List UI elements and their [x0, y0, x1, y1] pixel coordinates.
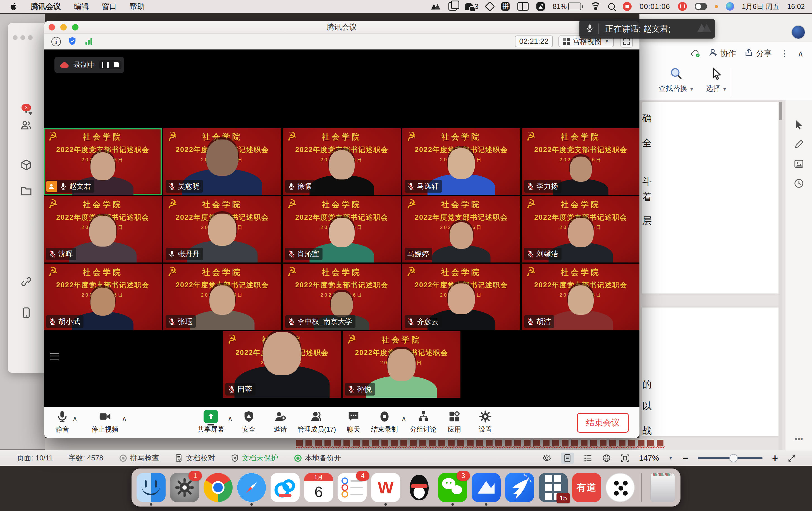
sidebar-phone-icon[interactable]	[20, 307, 32, 319]
dock-app-chrome[interactable]	[204, 473, 233, 502]
zoom-button[interactable]	[72, 24, 79, 30]
more-menu-icon[interactable]: ⋮	[780, 49, 789, 58]
zoom-out-button[interactable]: −	[683, 455, 688, 461]
participant-tile[interactable]: ☭社会学院2022年度党支部书记述职会2023年1月6日马逸轩	[402, 128, 520, 195]
toolbar-chat-button[interactable]: 聊天	[347, 410, 360, 434]
spellcheck-status[interactable]: 拼写检查	[119, 453, 159, 463]
meeting-security-icon[interactable]	[67, 36, 77, 47]
screen-recording-pause-button[interactable]	[678, 2, 687, 11]
participant-tile[interactable]: ☭社会学院2022年度党支部书记述职会2023年1月6日沈晖	[44, 196, 162, 263]
zoom-slider-knob[interactable]	[729, 454, 738, 462]
sidebar-chat-icon[interactable]: 3	[25, 107, 27, 112]
participant-tile[interactable]: ☭社会学院2022年度党支部书记述职会2023年1月6日刘馨洁	[522, 196, 639, 263]
pause-recording-button[interactable]	[102, 62, 109, 68]
chevron-up-icon[interactable]: ∧	[122, 414, 127, 422]
menu-item[interactable]: 腾讯会议	[31, 1, 61, 11]
account-avatar[interactable]	[791, 25, 805, 39]
dock-app-trash[interactable]	[648, 473, 677, 502]
toolbar-apps-button[interactable]: 应用	[447, 410, 461, 434]
menu-item[interactable]: 帮助	[129, 1, 145, 11]
participant-tile[interactable]: ☭社会学院2022年度党支部书记述职会2023年1月6日胡洁	[522, 264, 639, 330]
participant-tile[interactable]: ☭社会学院2022年度党支部书记述职会2023年1月6日吴愈晓	[163, 128, 281, 195]
collaborate-button[interactable]: 协作	[709, 48, 736, 59]
toolbar-members-button[interactable]: 管理成员(17)	[297, 410, 336, 434]
dock-app-settings[interactable]: 1	[170, 473, 199, 502]
document-page[interactable]	[642, 307, 779, 436]
participant-tile[interactable]: ☭社会学院2022年度党支部书记述职会2023年1月6日孙悦	[343, 331, 460, 398]
sidebar-folder-icon[interactable]	[20, 185, 32, 197]
photos-menu-icon[interactable]	[536, 2, 545, 10]
document-page[interactable]	[642, 102, 779, 294]
document-scrollbar[interactable]	[779, 100, 782, 450]
collapse-ribbon-icon[interactable]: ∧	[798, 49, 804, 58]
zoom-percent[interactable]: 147%	[639, 454, 659, 463]
dictionary-app-icon[interactable]	[486, 3, 493, 10]
fit-page-icon[interactable]	[620, 454, 629, 463]
participant-tile[interactable]: ☭社会学院2022年度党支部书记述职会2023年1月6日胡小武	[44, 264, 162, 330]
toolbar-stop-record-button[interactable]: 结束录制∧	[371, 410, 398, 434]
end-meeting-button[interactable]: 结束会议	[577, 413, 629, 433]
input-method-icon[interactable]: 拼	[501, 2, 510, 10]
toolbar-camera-button[interactable]: 停止视频∧	[92, 410, 118, 434]
chevron-up-icon[interactable]: ∧	[401, 414, 406, 422]
stop-recording-button[interactable]	[114, 62, 119, 68]
toolbar-share-screen-button[interactable]: 共享屏幕∧	[197, 410, 224, 434]
spotlight-search-icon[interactable]	[608, 3, 615, 10]
word-count[interactable]: 字数: 4578	[69, 453, 103, 463]
dock-app-wechat[interactable]: 3	[438, 473, 467, 502]
toolbar-shield-button[interactable]: 安全	[242, 410, 256, 434]
strip-cursor-icon[interactable]	[793, 119, 804, 130]
toolbar-settings-button[interactable]: 设置	[478, 410, 492, 434]
strip-pen-icon[interactable]	[793, 139, 804, 150]
outline-view-icon[interactable]	[584, 454, 592, 463]
close-button[interactable]	[49, 24, 55, 30]
zoom-slider[interactable]	[698, 457, 762, 459]
page-indicator[interactable]: 页面: 10/11	[17, 453, 53, 463]
sidebar-contacts-icon[interactable]	[20, 119, 32, 131]
menu-item[interactable]: 窗口	[102, 1, 117, 11]
backup-status[interactable]: 本地备份开	[294, 453, 341, 463]
zoom-dropdown-arrow[interactable]: ▼	[668, 456, 673, 461]
participant-tile[interactable]: ☭社会学院2022年度党支部书记述职会2023年1月6日赵文君	[44, 128, 162, 195]
eye-protect-icon[interactable]	[542, 454, 551, 463]
toolbar-breakout-button[interactable]: 分组讨论	[410, 410, 437, 434]
dock-app-safari[interactable]	[237, 473, 266, 502]
battery-status[interactable]: 81%	[553, 2, 583, 10]
minimize-button[interactable]	[60, 24, 67, 30]
dock-app-qq[interactable]	[405, 473, 434, 502]
screen-recording-stop-button[interactable]	[623, 2, 632, 11]
web-view-icon[interactable]	[602, 454, 611, 463]
participant-tile[interactable]: ☭社会学院2022年度党支部书记述职会2023年1月6日张珏	[163, 264, 281, 330]
strip-image-icon[interactable]	[793, 159, 804, 169]
display-menu-icon[interactable]	[517, 2, 529, 10]
dock-app-calendar[interactable]: 1月6	[304, 473, 333, 502]
meeting-info-icon[interactable]: i	[51, 37, 61, 46]
fullscreen-toggle-icon[interactable]	[787, 454, 796, 463]
dock-app-app-grid[interactable]: 15	[539, 473, 568, 502]
sidebar-cube-icon[interactable]	[20, 159, 32, 171]
share-button[interactable]: 分享	[745, 48, 772, 59]
wechat-menu-icon[interactable]: 3	[465, 2, 478, 10]
layout-handle-icon[interactable]	[50, 353, 59, 360]
wifi-icon[interactable]	[591, 3, 600, 10]
control-center-icon[interactable]	[695, 3, 707, 10]
document-scrollbar-thumb[interactable]	[779, 102, 782, 120]
participant-tile[interactable]: ☭社会学院2022年度党支部书记述职会2023年1月6日田蓉	[223, 331, 341, 398]
chevron-up-icon[interactable]: ∧	[72, 414, 77, 422]
dock-app-dingtalk[interactable]: M1 Beta	[505, 473, 534, 502]
participant-tile[interactable]: ☭社会学院2022年度党支部书记述职会2023年1月6日齐彦云	[402, 264, 520, 330]
menu-bar-date[interactable]: 1月6日 周五	[742, 2, 780, 11]
dock-app-youdao[interactable]: 有道	[572, 473, 601, 502]
zoom-in-button[interactable]: +	[772, 455, 778, 461]
participant-tile[interactable]: ☭社会学院2022年度党支部书记述职会2023年1月6日马婉婷	[402, 196, 520, 263]
proofread-status[interactable]: 文档校对	[175, 453, 215, 463]
page-view-icon[interactable]	[561, 453, 574, 464]
dock-app-wps[interactable]: W	[371, 473, 400, 502]
participant-tile[interactable]: ☭社会学院2022年度党支部书记述职会2023年1月6日李中权_南京大学	[283, 264, 401, 330]
participant-tile[interactable]: ☭社会学院2022年度党支部书记述职会2023年1月6日李力扬	[522, 128, 639, 195]
menu-item[interactable]: 编辑	[74, 1, 89, 11]
capture-app-icon[interactable]	[431, 3, 441, 9]
meeting-window-titlebar[interactable]: 腾讯会议	[44, 21, 639, 33]
dock-app-finder[interactable]	[137, 473, 166, 502]
dock-app-netdisk[interactable]	[270, 473, 300, 502]
